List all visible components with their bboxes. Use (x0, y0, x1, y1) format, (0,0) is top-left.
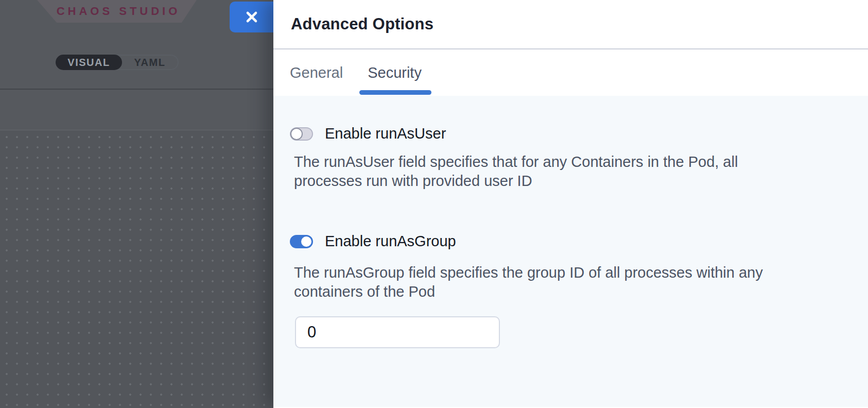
close-drawer-button[interactable] (230, 2, 273, 32)
brand-title: CHAOS STUDIO (54, 5, 181, 18)
tab-general[interactable]: General (290, 64, 343, 81)
dotted-canvas (0, 130, 273, 408)
run-as-group-toggle[interactable] (290, 235, 313, 248)
tab-security[interactable]: Security (368, 64, 422, 81)
visual-segment[interactable]: VISUAL (56, 55, 122, 70)
advanced-options-drawer: Advanced Options General Security Enable… (273, 0, 868, 408)
drawer-title: Advanced Options (291, 15, 433, 33)
visual-segment-label: VISUAL (67, 57, 110, 69)
run-as-group-label: Enable runAsGroup (325, 233, 456, 250)
yaml-segment[interactable]: YAML (122, 55, 178, 70)
editor-header-divider (0, 89, 273, 90)
screen: CHAOS STUDIO VISUAL YAML Advanced Option… (0, 0, 868, 408)
run-as-user-description: The runAsUser field specifies that for a… (294, 152, 780, 191)
toggle-knob (300, 235, 313, 248)
run-as-group-row: Enable runAsGroup (290, 233, 456, 250)
run-as-user-toggle[interactable] (290, 127, 313, 141)
close-icon (245, 10, 258, 24)
run-as-user-label: Enable runAsUser (325, 125, 446, 142)
visual-yaml-switch[interactable]: VISUAL YAML (56, 55, 179, 70)
security-tab-panel: Enable runAsUser The runAsUser field spe… (273, 96, 868, 407)
dimmed-editor-backdrop: CHAOS STUDIO VISUAL YAML (0, 0, 273, 408)
toggle-knob (290, 128, 303, 140)
run-as-group-id-input[interactable] (295, 316, 500, 348)
yaml-segment-label: YAML (134, 57, 166, 69)
run-as-user-row: Enable runAsUser (290, 125, 446, 142)
drawer-tabs: General Security (273, 49, 868, 96)
brand-banner: CHAOS STUDIO (37, 0, 197, 23)
active-tab-indicator (359, 90, 431, 95)
drawer-header: Advanced Options (273, 0, 868, 49)
run-as-group-description: The runAsGroup field specifies the group… (294, 263, 780, 301)
